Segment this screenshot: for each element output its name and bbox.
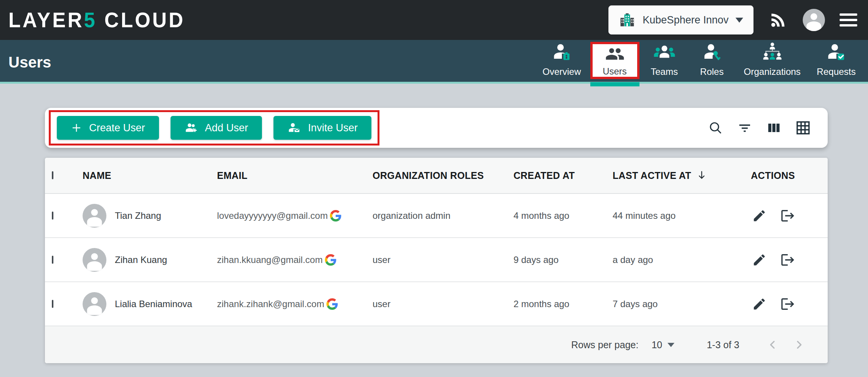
- tab-overview[interactable]: Overview: [536, 41, 588, 82]
- column-header-created-at[interactable]: CREATED AT: [514, 170, 613, 181]
- rows-per-page-select[interactable]: 10: [651, 339, 674, 351]
- rss-feed-icon[interactable]: [768, 10, 788, 30]
- edit-user-icon[interactable]: [751, 251, 768, 268]
- users-group-icon: [604, 44, 626, 64]
- users-table: NAME EMAIL ORGANIZATION ROLES CREATED AT…: [45, 158, 828, 363]
- remove-user-icon[interactable]: [779, 207, 796, 224]
- add-user-button[interactable]: Add User: [171, 116, 262, 140]
- pagination-range: 1-3 of 3: [707, 339, 739, 351]
- table-pagination: Rows per page: 10 1-3 of 3: [45, 326, 828, 363]
- view-columns-icon[interactable]: [765, 119, 783, 137]
- created-at: 4 months ago: [514, 210, 613, 221]
- user-avatar[interactable]: [803, 9, 825, 31]
- section-navbar: Users Overview Users: [0, 40, 868, 84]
- person-check-icon: [825, 41, 847, 63]
- invite-user-button[interactable]: Invite User: [273, 116, 371, 140]
- org-switcher-label: KubeSphere Innov: [643, 14, 729, 26]
- tab-teams[interactable]: Teams: [642, 41, 687, 82]
- org-roles: user: [373, 255, 514, 265]
- row-checkbox[interactable]: [52, 300, 53, 308]
- org-roles: organization admin: [373, 210, 514, 221]
- org-switcher-button[interactable]: KubeSphere Innov: [608, 5, 754, 35]
- google-icon: [330, 210, 341, 222]
- user-name: Lialia Beniaminova: [115, 299, 192, 309]
- user-email: zihank.zihank@gmail.com: [217, 299, 324, 309]
- user-name: Zihan Kuang: [115, 255, 167, 265]
- avatar: [83, 204, 106, 228]
- row-checkbox[interactable]: [52, 256, 53, 264]
- avatar: [83, 292, 106, 316]
- person-key-icon: [701, 41, 723, 63]
- remove-user-icon[interactable]: [779, 296, 796, 313]
- user-email: lovedayyyyyyy@gmail.com: [217, 210, 328, 221]
- chevron-down-icon: [735, 18, 743, 23]
- created-at: 9 days ago: [514, 255, 613, 265]
- column-header-org-roles[interactable]: ORGANIZATION ROLES: [373, 170, 514, 181]
- column-header-actions: ACTIONS: [751, 170, 828, 181]
- building-icon: [619, 12, 636, 28]
- tab-organizations[interactable]: Organizations: [737, 41, 808, 82]
- create-user-button[interactable]: Create User: [57, 116, 159, 140]
- org-hierarchy-icon: [761, 41, 784, 63]
- select-all-checkbox[interactable]: [52, 171, 53, 179]
- last-active-at: 44 minutes ago: [613, 210, 751, 221]
- last-active-at: 7 days ago: [613, 299, 751, 309]
- tab-requests[interactable]: Requests: [810, 41, 863, 82]
- person-mail-icon: [287, 121, 301, 135]
- filter-icon[interactable]: [735, 119, 754, 137]
- chevron-down-icon: [668, 343, 674, 347]
- tab-roles[interactable]: Roles: [689, 41, 735, 82]
- row-checkbox[interactable]: [52, 212, 53, 220]
- user-email: zihan.kkuang@gmail.com: [217, 255, 323, 265]
- org-roles: user: [373, 299, 514, 309]
- remove-user-icon[interactable]: [779, 251, 796, 268]
- next-page-icon[interactable]: [792, 338, 805, 351]
- table-header-row: NAME EMAIL ORGANIZATION ROLES CREATED AT…: [45, 158, 828, 194]
- column-header-last-active-at[interactable]: LAST ACTIVE AT: [613, 170, 751, 181]
- edit-user-icon[interactable]: [751, 207, 768, 224]
- topbar: LAYER5 CLOUD KubeSpher: [0, 0, 868, 40]
- column-header-email[interactable]: EMAIL: [217, 170, 373, 181]
- google-icon: [326, 298, 338, 310]
- sort-desc-arrow-icon: [696, 170, 707, 181]
- tab-users-highlight-box: Users: [590, 42, 639, 79]
- grid-view-icon[interactable]: [794, 119, 812, 137]
- person-badge-icon: [551, 41, 573, 63]
- table-row: Lialia Beniaminova zihank.zihank@gmail.c…: [45, 282, 828, 326]
- last-active-at: a day ago: [613, 255, 751, 265]
- created-at: 2 months ago: [514, 299, 613, 309]
- nav-tabs: Overview Users Teams: [536, 40, 863, 82]
- user-name: Tian Zhang: [115, 210, 161, 221]
- hamburger-menu-icon[interactable]: [840, 13, 857, 26]
- table-row: Zihan Kuang zihan.kkuang@gmail.com user …: [45, 238, 828, 282]
- table-row: Tian Zhang lovedayyyyyyy@gmail.com organ…: [45, 194, 828, 238]
- page-title: Users: [8, 51, 51, 71]
- column-header-name[interactable]: NAME: [83, 170, 217, 181]
- person-add-icon: [184, 121, 198, 135]
- teams-icon: [653, 41, 676, 63]
- plus-icon: [71, 122, 82, 134]
- annotation-red-box: Create User Add User Invite User: [49, 110, 379, 146]
- edit-user-icon[interactable]: [751, 296, 768, 313]
- avatar: [83, 248, 106, 272]
- search-icon[interactable]: [706, 119, 725, 137]
- previous-page-icon[interactable]: [766, 338, 779, 351]
- google-icon: [325, 254, 336, 266]
- layer5-cloud-logo: LAYER5 CLOUD: [8, 8, 185, 33]
- tab-users[interactable]: Users: [590, 42, 639, 82]
- rows-per-page-label: Rows per page:: [571, 339, 638, 351]
- users-toolbar: Create User Add User Invite User: [45, 108, 828, 148]
